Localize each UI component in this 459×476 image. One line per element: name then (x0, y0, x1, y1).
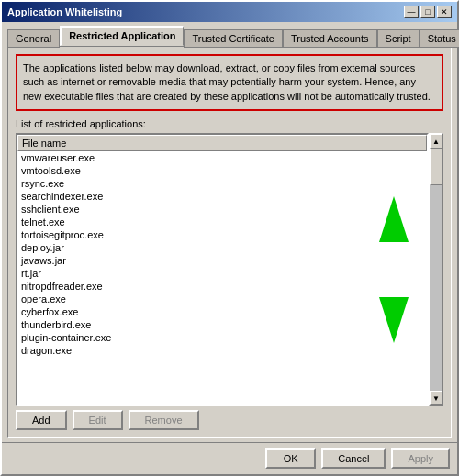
list-items[interactable]: vmwareuser.exe vmtoolsd.exe rsync.exe se… (17, 151, 427, 404)
cancel-button[interactable]: Cancel (321, 448, 386, 469)
column-header-filename: File name (22, 138, 66, 149)
action-buttons: Add Edit Remove (16, 410, 443, 430)
title-bar: Application Whitelisting — □ ✕ (2, 2, 457, 22)
application-whitelisting-window: Application Whitelisting — □ ✕ General R… (0, 0, 459, 476)
list-item[interactable]: plugin-container.exe (17, 331, 427, 344)
restore-button[interactable]: □ (420, 6, 435, 18)
tab-trusted-accounts[interactable]: Trusted Accounts (283, 29, 377, 48)
apply-button[interactable]: Apply (391, 448, 450, 469)
list-header: File name (17, 135, 427, 151)
list-item[interactable]: opera.exe (17, 293, 427, 305)
tab-status[interactable]: Status (420, 29, 459, 48)
title-bar-controls: — □ ✕ (404, 6, 452, 18)
list-label: List of restricted applications: (16, 118, 443, 129)
bottom-bar: OK Cancel Apply (2, 442, 457, 474)
warning-box: The applications listed below may downlo… (16, 54, 443, 111)
list-item[interactable]: rsync.exe (17, 177, 427, 190)
tab-general[interactable]: General (7, 29, 60, 48)
warning-text: The applications listed below may downlo… (23, 62, 431, 102)
list-item[interactable]: cyberfox.exe (17, 305, 427, 318)
list-item[interactable]: vmtoolsd.exe (17, 164, 427, 177)
tab-content-restricted: The applications listed below may downlo… (7, 46, 452, 438)
list-item[interactable]: thunderbird.exe (17, 318, 427, 331)
add-button[interactable]: Add (16, 410, 67, 430)
scrollbar[interactable]: ▲ ▼ (429, 133, 443, 406)
edit-button[interactable]: Edit (73, 410, 123, 430)
remove-button[interactable]: Remove (129, 410, 199, 430)
list-item[interactable]: tortoisegitproc.exe (17, 228, 427, 241)
list-item[interactable]: vmwareuser.exe (17, 151, 427, 164)
list-item[interactable]: sshclient.exe (17, 203, 427, 216)
list-item[interactable]: dragon.exe (17, 344, 427, 357)
tab-trusted-certificate[interactable]: Trusted Certificate (184, 29, 282, 48)
close-button[interactable]: ✕ (437, 6, 452, 18)
list-item[interactable]: javaws.jar (17, 254, 427, 267)
list-section: List of restricted applications: File na… (16, 118, 443, 430)
list-item[interactable]: rt.jar (17, 267, 427, 280)
scrollbar-track[interactable] (430, 149, 442, 391)
minimize-button[interactable]: — (404, 6, 419, 18)
scroll-up-button[interactable]: ▲ (430, 134, 442, 149)
list-item[interactable]: nitropdfreader.exe (17, 280, 427, 293)
list-item[interactable]: telnet.exe (17, 216, 427, 228)
file-list: File name vmwareuser.exe vmtoolsd.exe rs… (16, 133, 429, 406)
list-item[interactable]: searchindexer.exe (17, 190, 427, 203)
list-item[interactable]: deploy.jar (17, 241, 427, 254)
tab-restricted-application[interactable]: Restricted Application (60, 26, 184, 46)
ok-button[interactable]: OK (265, 448, 316, 469)
window-title: Application Whitelisting (7, 6, 122, 17)
scroll-down-button[interactable]: ▼ (430, 391, 442, 405)
tab-script[interactable]: Script (377, 29, 420, 48)
list-container: File name vmwareuser.exe vmtoolsd.exe rs… (16, 133, 443, 406)
scrollbar-thumb[interactable] (430, 149, 442, 185)
